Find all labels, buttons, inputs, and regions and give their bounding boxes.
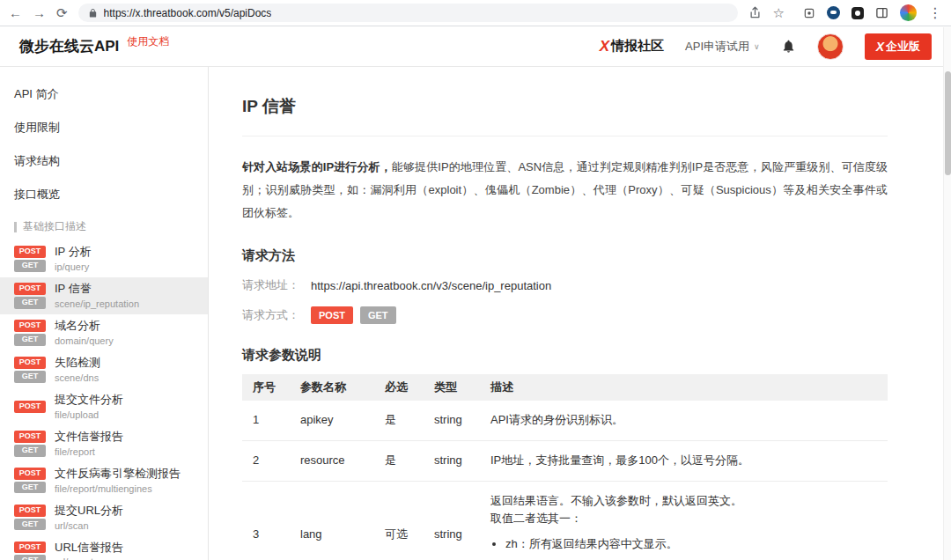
param-column-header: 序号 (242, 374, 290, 401)
refresh-icon[interactable]: ⟳ (56, 6, 68, 19)
endpoint-path: url/report (55, 556, 123, 560)
browser-toolbar: ← → ⟳ https://x.threatbook.com/v5/apiDoc… (0, 0, 951, 26)
get-method-badge[interactable]: GET (360, 306, 396, 324)
scrollbar-thumb[interactable] (945, 71, 951, 175)
page-body: API 简介使用限制请求结构接口概览 基础接口描述 POSTGETIP 分析ip… (0, 67, 951, 560)
browser-menu-icon[interactable]: ⋮ (928, 6, 942, 20)
endpoint-title: 失陷检测 (55, 357, 100, 370)
title-divider (242, 136, 888, 136)
param-column-header: 参数名称 (290, 374, 374, 401)
description-bullet: zh：所有返回结果内容中文显示。 (505, 535, 877, 554)
section-label-text: 基础接口描述 (23, 219, 86, 234)
post-badge: POST (14, 357, 46, 369)
method-badges: POSTGET (14, 505, 46, 531)
page-scrollbar[interactable] (943, 27, 951, 560)
extension-icon-dark[interactable] (851, 7, 864, 19)
extension-icon[interactable] (803, 7, 815, 19)
description-bullets: zh：所有返回结果内容中文显示。en：所有返回结果内容英文显示。 (505, 535, 877, 560)
address-bar[interactable]: https://x.threatbook.com/v5/apiDocs (78, 4, 738, 22)
enterprise-button[interactable]: X 企业版 (865, 33, 932, 60)
get-badge: GET (14, 519, 46, 531)
endpoint-path: file/report (55, 446, 123, 457)
method-badges: POSTGET (14, 542, 46, 560)
request-address-row: 请求地址： https://api.threatbook.cn/v3/scene… (242, 277, 888, 293)
site-logo[interactable]: 微步在线云API (19, 36, 119, 56)
toolbar-right-icons: ☆ ⋮ (748, 4, 942, 21)
method-badges: POSTGET (14, 283, 46, 309)
param-row: 2resource是stringIP地址，支持批量查询，最多100个，以逗号分隔… (242, 440, 888, 481)
page-title: IP 信誉 (242, 95, 888, 118)
request-address-label: 请求地址： (242, 277, 311, 293)
endpoint-path: url/scan (55, 520, 123, 531)
get-badge: GET (14, 555, 46, 560)
enterprise-label: 企业版 (886, 39, 920, 55)
endpoint-text: 提交文件分析file/upload (55, 394, 123, 420)
api-trial-dropdown[interactable]: API申请试用 ∨ (685, 39, 760, 55)
sidebar-top-items: API 简介使用限制请求结构接口概览 (0, 77, 208, 211)
lock-icon (88, 8, 98, 18)
sidebar-item[interactable]: API 简介 (0, 77, 208, 111)
notification-bell-icon[interactable] (781, 39, 796, 54)
params-table-body: 1apikey是stringAPI请求的身份识别标识。2resource是str… (242, 401, 888, 560)
param-cell: string (424, 440, 480, 481)
endpoint-text: 文件反病毒引擎检测报告file/report/multiengines (55, 468, 181, 494)
endpoint-path: scene/dns (55, 372, 100, 383)
bookmark-star-icon[interactable]: ☆ (773, 6, 785, 19)
sidebar-endpoint[interactable]: POSTGETURL信誉报告url/report (0, 536, 208, 560)
endpoint-path: ip/query (55, 262, 92, 272)
endpoint-text: 失陷检测scene/dns (55, 357, 100, 383)
header-right: X 情报社区 API申请试用 ∨ X 企业版 (600, 33, 932, 60)
url-text: https://x.threatbook.com/v5/apiDocs (104, 7, 272, 19)
sidebar-endpoint[interactable]: POSTGET提交URL分析url/scan (0, 499, 208, 536)
request-method-row: 请求方式： POSTGET (242, 306, 888, 324)
request-method-label: 请求方式： (242, 307, 311, 323)
endpoint-path: domain/query (55, 335, 114, 346)
sidebar-endpoint[interactable]: POSTGET文件信誉报告file/report (0, 425, 208, 462)
method-badges: POST (14, 394, 46, 420)
endpoint-title: 域名分析 (55, 320, 114, 333)
param-description: API请求的身份识别标识。 (480, 401, 888, 440)
params-table: 序号参数名称必选类型描述 1apikey是stringAPI请求的身份识别标识。… (242, 374, 888, 560)
post-method-badge[interactable]: POST (311, 306, 353, 324)
community-link[interactable]: X 情报社区 (600, 38, 664, 55)
sidebar: API 简介使用限制请求结构接口概览 基础接口描述 POSTGETIP 分析ip… (0, 67, 209, 560)
param-cell: 1 (242, 401, 290, 440)
param-cell: 3 (242, 481, 290, 560)
share-icon[interactable] (748, 6, 762, 19)
param-cell: string (424, 401, 480, 440)
param-cell: string (424, 481, 480, 560)
sidebar-endpoints: POSTGETIP 分析ip/queryPOSTGETIP 信誉scene/ip… (0, 240, 208, 560)
post-badge: POST (14, 320, 46, 332)
sidebar-item[interactable]: 接口概览 (0, 178, 208, 211)
extension-icon-blue[interactable] (827, 6, 840, 19)
method-badges: POSTGET (14, 246, 46, 272)
param-column-header: 描述 (480, 374, 888, 401)
sidebar-endpoint[interactable]: POSTGET文件反病毒引擎检测报告file/report/multiengin… (0, 462, 208, 499)
sidebar-item[interactable]: 使用限制 (0, 111, 208, 144)
side-panel-icon[interactable] (875, 6, 888, 19)
params-header-row: 序号参数名称必选类型描述 (242, 374, 888, 401)
sidebar-endpoint[interactable]: POSTGET域名分析domain/query (0, 314, 208, 351)
chevron-down-icon: ∨ (754, 42, 760, 51)
endpoint-title: 文件反病毒引擎检测报告 (55, 468, 181, 481)
forward-icon[interactable]: → (33, 6, 46, 19)
method-badges: POSTGET (14, 357, 46, 383)
back-icon[interactable]: ← (9, 6, 22, 19)
get-badge: GET (14, 260, 46, 272)
main-content: IP 信誉 针对入站场景的IP进行分析，能够提供IP的地理位置、ASN信息，通过… (209, 67, 951, 560)
endpoint-path: scene/ip_reputation (55, 298, 139, 309)
sidebar-endpoint[interactable]: POSTGETIP 信誉scene/ip_reputation (0, 277, 208, 314)
get-badge: GET (14, 371, 46, 383)
sidebar-item[interactable]: 请求结构 (0, 144, 208, 178)
sidebar-endpoint[interactable]: POSTGETIP 分析ip/query (0, 240, 208, 277)
sidebar-endpoint[interactable]: POST提交文件分析file/upload (0, 388, 208, 425)
browser-profile-avatar[interactable] (900, 4, 917, 21)
endpoint-text: 文件信誉报告file/report (55, 431, 123, 457)
method-badges: POSTGET (14, 468, 46, 494)
param-cell: 是 (374, 401, 424, 440)
user-avatar[interactable] (817, 33, 844, 60)
doc-link[interactable]: 使用文档 (127, 34, 169, 49)
post-badge: POST (14, 401, 46, 413)
post-badge: POST (14, 505, 46, 517)
sidebar-endpoint[interactable]: POSTGET失陷检测scene/dns (0, 351, 208, 388)
